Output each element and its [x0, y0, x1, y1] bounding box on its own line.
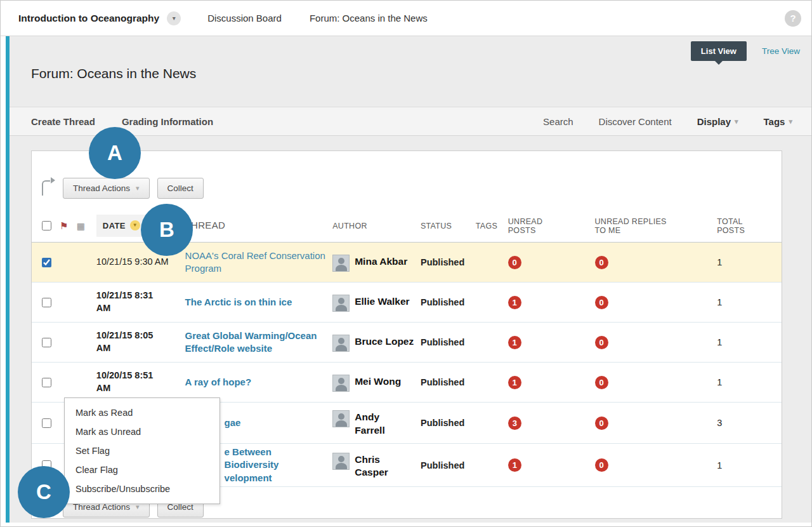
menu-item-mark-as-read[interactable]: Mark as Read [65, 403, 219, 422]
unread-replies-badge[interactable]: 0 [595, 336, 608, 349]
menu-item-set-flag[interactable]: Set Flag [65, 441, 219, 460]
status-cell: Published [421, 297, 476, 307]
unread-posts-cell: 3 [506, 417, 594, 430]
row-select-cell [32, 258, 96, 267]
unread-replies-cell: 0 [594, 336, 716, 349]
author-name: Chris Casper [355, 451, 388, 479]
thread-link[interactable]: The Arctic is on thin ice [185, 296, 328, 309]
tags-label: Tags [764, 116, 785, 127]
status-cell: Published [421, 257, 476, 267]
chevron-down-icon: ▾ [136, 184, 140, 192]
display-menu-button[interactable]: Display ▾ [697, 116, 738, 127]
thread-link[interactable]: e Between Biodiversity velopment [225, 446, 328, 484]
menu-item-subscribe-unsubscribe[interactable]: Subscribe/Unsubscribe [65, 479, 219, 498]
thread-link[interactable]: gae [225, 417, 328, 429]
unread-posts-cell: 1 [506, 336, 594, 349]
author-name: Bruce Lopez [355, 333, 414, 348]
unread-badge[interactable]: 1 [508, 458, 521, 472]
unread-replies-badge[interactable]: 0 [595, 296, 608, 309]
header-status[interactable]: STATUS [421, 222, 476, 230]
breadcrumb: Discussion Board Forum: Oceans in the Ne… [207, 13, 428, 23]
total-posts-cell: 1 [716, 460, 782, 470]
row-checkbox[interactable] [42, 418, 51, 428]
header-unread-posts[interactable]: UNREAD POSTS [506, 217, 594, 235]
course-menu-button[interactable]: ▾ [167, 11, 181, 25]
status-cell: Published [421, 337, 476, 347]
unread-replies-badge[interactable]: 0 [595, 376, 608, 389]
unread-badge[interactable]: 1 [508, 336, 521, 349]
header-unread-replies[interactable]: UNREAD REPLIES TO ME [594, 217, 716, 235]
avatar [332, 335, 350, 352]
header-total-posts[interactable]: TOTAL POSTS [716, 217, 782, 235]
help-icon[interactable]: ? [785, 10, 801, 27]
author-name: Mei Wong [355, 373, 401, 388]
collect-button[interactable]: Collect [157, 178, 204, 199]
list-view-button[interactable]: List View [691, 41, 747, 61]
unread-posts-cell: 1 [506, 458, 594, 472]
date-header-label: DATE [103, 220, 126, 232]
list-toolbar-top: Thread Actions ▾ Collect [32, 178, 782, 198]
action-bar-right: Search Discover Content Display ▾ Tags ▾ [543, 116, 792, 127]
row-checkbox[interactable] [42, 378, 51, 387]
row-checkbox[interactable] [42, 298, 51, 307]
status-cell: Published [421, 460, 476, 470]
header-thread[interactable]: THREAD [185, 219, 333, 232]
date-sort-button[interactable]: DATE ▼ [96, 215, 147, 237]
thread-cell: The Arctic is on thin ice [185, 296, 333, 309]
grading-information-button[interactable]: Grading Information [122, 116, 213, 127]
breadcrumb-discussion-board[interactable]: Discussion Board [207, 13, 282, 23]
create-thread-button[interactable]: Create Thread [31, 116, 95, 127]
search-button[interactable]: Search [543, 116, 573, 127]
tags-menu-button[interactable]: Tags ▾ [764, 116, 792, 127]
menu-item-clear-flag[interactable]: Clear Flag [65, 460, 219, 479]
thread-cell: NOAA's Coral Reef Conservation Program [185, 250, 333, 276]
status-cell: Published [421, 418, 476, 428]
unread-badge[interactable]: 3 [508, 417, 521, 430]
unread-replies-badge[interactable]: 0 [595, 256, 608, 269]
total-posts-cell: 1 [716, 297, 782, 307]
chevron-down-icon: ▾ [789, 117, 792, 126]
thread-link[interactable]: A ray of hope? [185, 376, 328, 389]
unread-replies-badge[interactable]: 0 [595, 417, 608, 430]
flag-icon[interactable]: ⚑ [60, 220, 69, 232]
header-tags[interactable]: TAGS [476, 222, 506, 230]
status-cell: Published [421, 377, 476, 387]
thread-actions-context-menu: Mark as Read Mark as Unread Set Flag Cle… [64, 397, 220, 504]
thread-link[interactable]: Great Global Warming/Ocean Effect/Role w… [185, 330, 328, 356]
row-checkbox[interactable] [42, 258, 51, 267]
thread-link[interactable]: NOAA's Coral Reef Conservation Program [185, 250, 328, 276]
author-cell: Andy Farrell [332, 409, 421, 436]
chevron-down-icon: ▾ [735, 117, 738, 126]
annotation-circle-a: A [89, 127, 141, 179]
select-all-checkbox[interactable] [42, 221, 51, 230]
thread-cell: A ray of hope? [185, 376, 333, 389]
unread-badge[interactable]: 1 [508, 296, 521, 309]
avatar [332, 255, 350, 272]
author-cell: Chris Casper [332, 451, 421, 479]
unread-posts-cell: 0 [506, 256, 594, 269]
avatar [332, 453, 350, 470]
discover-content-button[interactable]: Discover Content [599, 116, 672, 127]
table-row: 10/21/15 8:31 AM The Arctic is on thin i… [32, 283, 782, 323]
course-title: Introduction to Oceanography [18, 13, 159, 24]
header-author[interactable]: AUTHOR [332, 222, 421, 230]
grid-icon[interactable]: ▦ [77, 221, 86, 231]
total-posts-cell: 1 [716, 377, 782, 387]
unread-badge[interactable]: 1 [508, 376, 521, 389]
action-bar-left: Create Thread Grading Information [31, 116, 213, 127]
unread-replies-badge[interactable]: 0 [595, 458, 608, 472]
avatar [332, 295, 350, 312]
thread-actions-label: Thread Actions [73, 183, 130, 193]
screen: Introduction to Oceanography ▾ Discussio… [0, 0, 812, 527]
tree-view-link[interactable]: Tree View [762, 46, 800, 56]
author-cell: Bruce Lopez [332, 333, 421, 352]
unread-badge[interactable]: 0 [508, 256, 521, 269]
thread-actions-button[interactable]: Thread Actions ▾ [63, 178, 150, 199]
row-checkbox[interactable] [42, 338, 51, 347]
thread-cell: Great Global Warming/Ocean Effect/Role w… [185, 330, 333, 356]
menu-item-mark-as-unread[interactable]: Mark as Unread [65, 422, 219, 441]
row-select-cell [32, 378, 96, 387]
annotation-circle-c: C [18, 466, 70, 518]
table-row: 10/21/15 8:05 AM Great Global Warming/Oc… [32, 323, 782, 363]
author-name: Mina Akbar [355, 253, 407, 268]
